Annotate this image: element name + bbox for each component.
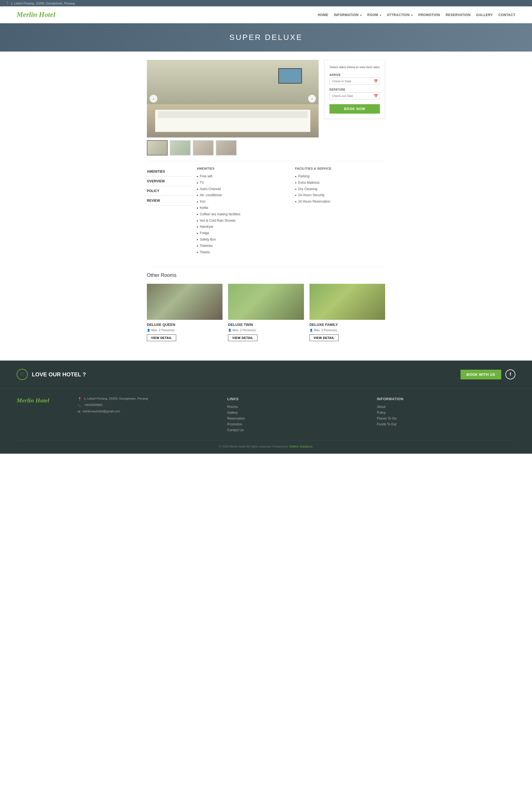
amenities-content: AMENITIES Free wifi TV Astro Channel Air… <box>197 167 385 256</box>
facility-item: 24 Hours Reservation <box>295 199 385 205</box>
footer-link-rooms: Rooms <box>227 404 366 409</box>
room-card-bg-1 <box>147 284 223 320</box>
logo[interactable]: Merlin Hotel <box>17 11 55 19</box>
footer-links-title: LINKS <box>227 397 366 401</box>
nav-item-gallery[interactable]: GALLERY <box>476 13 493 17</box>
amenities-nav-overview[interactable]: OVERVIEW <box>147 176 191 186</box>
view-detail-button-3[interactable]: VIEW DETAIL <box>309 335 339 341</box>
booking-sidebar: Select dates below to view best rates AR… <box>324 60 385 119</box>
carousel-next-button[interactable]: › <box>308 95 316 102</box>
amenity-item: Safety Box <box>197 237 287 243</box>
room-card-name-2: DELUXE TWIN <box>228 323 304 327</box>
address: 1, Lebuh Penang, 10200, Georgetown, Pena… <box>11 2 75 5</box>
header: Merlin Hotel HOME INFORMATION ▾ ROOM ▾ A… <box>0 6 532 23</box>
footer-info-title: INFORMATION <box>377 397 515 401</box>
amenity-item: Toiletries <box>197 243 287 249</box>
room-card-deluxe-twin: DELUXE TWIN Max: 2 Person(s) VIEW DETAIL <box>228 284 304 341</box>
room-capacity-1: Max: 2 Person(s) <box>147 329 223 332</box>
arrive-label: ARRIVE <box>329 73 380 76</box>
amenity-item: Iron <box>197 199 287 205</box>
footer-content: Merlin Hotel 📍 1, Lebuh Penang, 10200, G… <box>17 397 515 433</box>
amenities-list: Free wifi TV Astro Channel Air- conditio… <box>197 173 287 256</box>
copyright-text: © 2018 Merlin Hotel All rights reserved.… <box>219 445 289 448</box>
facility-item: Parking <box>295 173 385 180</box>
book-now-button[interactable]: BOOK NOW <box>329 104 380 114</box>
footer-info-policy: Policy <box>377 410 515 415</box>
amenities-nav-policy[interactable]: POLICY <box>147 186 191 196</box>
cta-right: BOOK WITH US f <box>460 370 516 379</box>
carousel-prev-button[interactable]: ‹ <box>150 95 157 102</box>
nav-item-reservation[interactable]: RESERVATION <box>445 13 471 17</box>
room-card-deluxe-family: DELUXE FAMILY Max: 3 Person(s) VIEW DETA… <box>309 284 385 341</box>
other-rooms-section: Other Rooms DELUXE QUEEN Max: 2 Person(s… <box>147 267 385 341</box>
amenity-item: Hot & Cold Rain Shower <box>197 218 287 224</box>
nav-item-attraction[interactable]: ATTRACTION ▾ <box>387 13 413 17</box>
amenity-item: Hairdryer <box>197 224 287 230</box>
nav-item-promotion[interactable]: PROMOTION <box>418 13 440 17</box>
room-card-bg-3 <box>309 284 385 320</box>
room-capacity-2: Max: 2 Person(s) <box>228 329 304 332</box>
arrive-input-wrap: 📅 <box>329 78 380 85</box>
footer-phone: 📞 +6043839883 <box>78 403 216 407</box>
powered-by-link[interactable]: Softinn Solutions. <box>289 445 314 448</box>
facility-item: 24 Hours Security <box>295 192 385 199</box>
main-room-image: ‹ › <box>147 60 319 137</box>
amenity-item: Free wifi <box>197 173 287 180</box>
depart-group: DEPATURE 📅 <box>329 88 380 99</box>
nav-item-home[interactable]: HOME <box>318 13 328 17</box>
nav-item-room[interactable]: ROOM ▾ <box>367 13 382 17</box>
footer-address: 📍 1, Lebuh Penang, 10200, Georgetown, Pe… <box>78 397 216 401</box>
footer-link-contact: Contact Us <box>227 428 366 432</box>
depart-label: DEPATURE <box>329 88 380 91</box>
cta-left: ♡ LOVE OUR HOTEL ? <box>17 369 86 380</box>
hero-banner: SUPER DELUXE <box>0 23 532 52</box>
footer-info-places: Places To Go <box>377 416 515 420</box>
other-rooms-title: Other Rooms <box>147 273 385 278</box>
nav-item-contact[interactable]: CONTACT <box>498 13 515 17</box>
address-icon: 📍 <box>78 397 82 401</box>
amenity-item: Fridge <box>197 230 287 237</box>
amenities-col-2: FACILITIES & SERVICE Parking Extra Mattr… <box>295 167 385 256</box>
depart-input[interactable] <box>329 92 380 99</box>
amenities-nav-amenities[interactable]: AMENITIES <box>147 167 191 176</box>
thumbnail-2[interactable] <box>170 140 191 155</box>
facilities-list: Parking Extra Mattress Dry Cleaning 24 H… <box>295 173 385 205</box>
footer-bottom: © 2018 Merlin Hotel All rights reserved.… <box>17 440 515 448</box>
room-card-image-2 <box>228 284 304 320</box>
nav-list: HOME INFORMATION ▾ ROOM ▾ ATTRACTION ▾ P… <box>318 13 515 17</box>
amenity-item: TV <box>197 180 287 186</box>
amenities-nav-review[interactable]: REVIEW <box>147 196 191 206</box>
footer-info-foods: Foods To Eat <box>377 422 515 426</box>
phone-icon: 📞 <box>78 404 82 407</box>
thumbnail-3[interactable] <box>193 140 214 155</box>
amenities-col2-title: FACILITIES & SERVICE <box>295 167 385 170</box>
calendar-icon-depart: 📅 <box>374 94 378 98</box>
nav-item-information[interactable]: INFORMATION ▾ <box>334 13 362 17</box>
room-capacity-3: Max: 3 Person(s) <box>309 329 385 332</box>
book-with-us-button[interactable]: BOOK WITH US <box>460 370 501 379</box>
room-section: ‹ › Select dates below to view best rate… <box>147 60 385 155</box>
footer-logo[interactable]: Merlin Hotel <box>17 397 66 404</box>
amenity-item: Coffee/ tea making facilities <box>197 211 287 218</box>
view-detail-button-1[interactable]: VIEW DETAIL <box>147 335 176 341</box>
footer-links: LINKS Rooms Gallery Reservation Promotio… <box>227 397 366 433</box>
view-detail-button-2[interactable]: VIEW DETAIL <box>228 335 258 341</box>
amenity-item: Air- conditioner <box>197 192 287 199</box>
thumbnail-1[interactable] <box>147 140 168 155</box>
footer-link-gallery: Gallery <box>227 410 366 415</box>
facebook-icon[interactable]: f <box>506 370 515 379</box>
footer-info-about: About <box>377 404 515 409</box>
footer-link-promotion: Promotion <box>227 422 366 426</box>
cta-section: ♡ LOVE OUR HOTEL ? BOOK WITH US f <box>0 360 532 388</box>
amenities-col-1: AMENITIES Free wifi TV Astro Channel Air… <box>197 167 287 256</box>
room-card-bg-2 <box>228 284 304 320</box>
email-icon: ✉ <box>78 410 80 414</box>
thumbnail-4[interactable] <box>216 140 236 155</box>
amenities-section: AMENITIES OVERVIEW POLICY REVIEW AMENITI… <box>147 161 385 256</box>
footer-info-list: About Policy Places To Go Foods To Eat <box>377 404 515 426</box>
dropdown-arrow: ▾ <box>380 14 382 17</box>
location-icon: 📍 <box>5 1 10 5</box>
amenity-item: Towels <box>197 249 287 256</box>
arrive-input[interactable] <box>329 78 380 85</box>
rooms-grid: DELUXE QUEEN Max: 2 Person(s) VIEW DETAI… <box>147 284 385 341</box>
